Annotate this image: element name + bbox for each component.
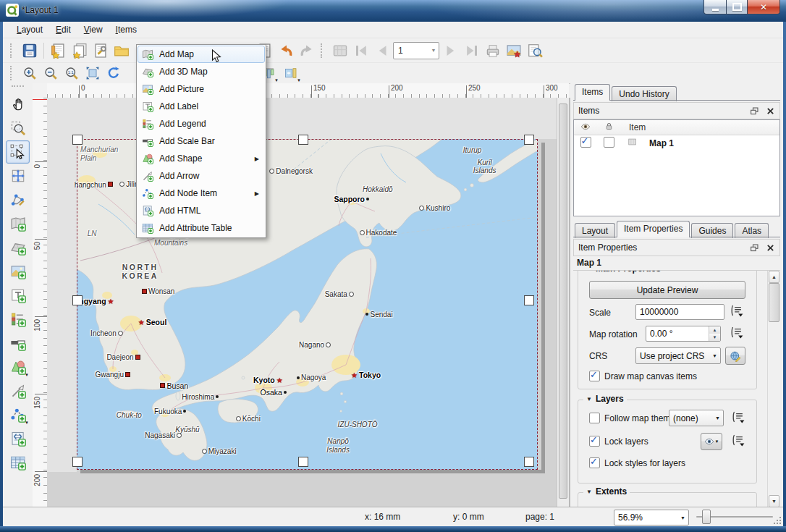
- last-feature-button[interactable]: [462, 41, 481, 60]
- add-html-tool[interactable]: [6, 427, 30, 450]
- atlas-preview-button[interactable]: [330, 41, 350, 60]
- lock-styles-checkbox[interactable]: [589, 457, 600, 468]
- selection-handle[interactable]: [72, 457, 83, 467]
- items-row-map1[interactable]: Map 1: [574, 135, 779, 151]
- first-feature-button[interactable]: [351, 41, 371, 60]
- selection-handle[interactable]: [72, 135, 83, 145]
- add-label-tool[interactable]: [6, 284, 30, 307]
- new-layout-button[interactable]: [48, 41, 68, 60]
- menu-item-add-arrow[interactable]: Add Arrow: [138, 167, 265, 185]
- export-svg-button[interactable]: [525, 41, 544, 60]
- zoom-full-button[interactable]: [83, 64, 102, 83]
- layout-canvas[interactable]: Manchurian PlainhangchunJilinDalnegorskL…: [47, 98, 557, 507]
- add-node-item-tool[interactable]: ▼: [6, 403, 30, 426]
- next-feature-button[interactable]: [441, 41, 460, 60]
- undo-button[interactable]: [276, 41, 295, 60]
- crs-combobox[interactable]: Use project CRS▼: [635, 347, 721, 364]
- map-rotation-spinbox[interactable]: 0.00 ° ▲▼: [646, 326, 721, 342]
- spin-up-icon[interactable]: ▲: [709, 326, 720, 334]
- properties-scrollbar[interactable]: ▲ ▼: [767, 271, 780, 507]
- minimize-button[interactable]: [703, 0, 727, 14]
- menu-items[interactable]: Items: [109, 22, 143, 37]
- selection-handle[interactable]: [524, 457, 534, 467]
- select-move-item-tool[interactable]: [6, 140, 30, 164]
- extents-group-title[interactable]: ▼Extents: [583, 486, 630, 497]
- zoom-level-combobox[interactable]: 56.9%▼: [614, 510, 689, 525]
- pan-tool[interactable]: [6, 93, 30, 116]
- menu-item-add-3d-map[interactable]: Add 3D Map: [138, 63, 265, 80]
- add-shape-tool[interactable]: ▼: [6, 355, 30, 379]
- items-list[interactable]: Item Map 1: [573, 119, 780, 216]
- add-map-tool[interactable]: [6, 212, 30, 235]
- toolbar-grip[interactable]: [10, 66, 15, 80]
- selection-handle[interactable]: [72, 295, 83, 305]
- scrollbar-thumb[interactable]: [559, 104, 567, 499]
- toolbar-grip[interactable]: [10, 43, 15, 58]
- add-scalebar-tool[interactable]: [6, 332, 30, 355]
- duplicate-layout-button[interactable]: [69, 41, 89, 60]
- lock-layers-checkbox[interactable]: [589, 436, 600, 447]
- menu-item-add-legend[interactable]: Add Legend: [138, 115, 265, 132]
- menu-item-add-picture[interactable]: Add Picture: [138, 80, 265, 98]
- main-properties-group-title[interactable]: ▼Main Properties: [583, 271, 664, 274]
- tab-guides[interactable]: Guides: [691, 223, 733, 238]
- menu-item-add-node-item[interactable]: Add Node Item▶: [138, 185, 265, 202]
- add-picture-tool[interactable]: [6, 260, 30, 283]
- redo-button[interactable]: [297, 41, 316, 60]
- float-panel-icon[interactable]: [748, 105, 761, 117]
- zoom-out-button[interactable]: [41, 64, 60, 83]
- zoom-in-button[interactable]: [20, 64, 39, 83]
- update-preview-button[interactable]: Update Preview: [589, 281, 745, 299]
- selection-handle[interactable]: [524, 135, 534, 145]
- tab-item-properties[interactable]: Item Properties: [617, 221, 690, 237]
- data-defined-override-icon[interactable]: [730, 433, 745, 449]
- export-image-button[interactable]: [504, 41, 523, 60]
- menu-edit[interactable]: Edit: [49, 22, 77, 37]
- save-button[interactable]: [20, 41, 39, 60]
- follow-map-theme-checkbox[interactable]: [589, 413, 600, 423]
- resize-grip[interactable]: [773, 516, 782, 525]
- add-attribute-table-tool[interactable]: [6, 451, 30, 474]
- menu-view[interactable]: View: [77, 22, 109, 37]
- data-defined-override-icon[interactable]: [728, 325, 744, 342]
- maximize-button[interactable]: [727, 0, 748, 14]
- zoom-tool[interactable]: [6, 117, 30, 140]
- menu-item-add-map[interactable]: Add Map: [138, 46, 265, 63]
- menu-item-add-html[interactable]: Add HTML: [138, 202, 265, 219]
- close-button[interactable]: ✕: [748, 0, 780, 14]
- horizontal-ruler[interactable]: 050100150200250300: [47, 83, 569, 98]
- refresh-view-button[interactable]: [103, 64, 123, 83]
- tab-atlas[interactable]: Atlas: [735, 223, 769, 238]
- lock-layers-row[interactable]: Lock layers: [589, 436, 648, 447]
- edit-nodes-item-tool[interactable]: [6, 188, 30, 211]
- float-panel-icon[interactable]: [748, 242, 761, 253]
- toolbar-grip[interactable]: [321, 43, 326, 58]
- menu-item-add-shape[interactable]: Add Shape▶: [138, 150, 265, 167]
- zoom-slider-handle[interactable]: [702, 510, 711, 524]
- item-visibility-checkbox[interactable]: [580, 137, 591, 148]
- close-panel-icon[interactable]: [764, 242, 777, 253]
- tab-layout[interactable]: Layout: [575, 223, 615, 238]
- selection-handle[interactable]: [298, 457, 308, 467]
- data-defined-override-icon[interactable]: [728, 303, 744, 320]
- scale-input[interactable]: [635, 304, 724, 320]
- distribute-items-button[interactable]: ▼: [282, 64, 301, 83]
- scroll-down-icon[interactable]: ▼: [769, 495, 779, 507]
- menu-layout[interactable]: Layout: [10, 22, 49, 37]
- draw-map-canvas-items-checkbox[interactable]: [589, 371, 600, 381]
- menu-item-add-label[interactable]: Add Label: [138, 98, 265, 115]
- tab-undo-history[interactable]: Undo History: [612, 86, 676, 101]
- menu-item-add-attribute-table[interactable]: Add Attribute Table: [138, 219, 265, 237]
- spin-down-icon[interactable]: ▼: [709, 334, 720, 341]
- item-lock-checkbox[interactable]: [604, 137, 614, 148]
- layers-visibility-button[interactable]: ▼: [701, 433, 722, 450]
- move-item-content-tool[interactable]: [6, 164, 30, 187]
- menu-item-add-scale-bar[interactable]: Add Scale Bar: [138, 132, 265, 150]
- draw-map-canvas-items-row[interactable]: Draw map canvas items: [589, 371, 697, 381]
- lock-styles-row[interactable]: Lock styles for layers: [589, 457, 685, 468]
- layout-manager-button[interactable]: [90, 41, 110, 60]
- open-folder-button[interactable]: [111, 41, 131, 60]
- previous-feature-button[interactable]: [372, 41, 392, 60]
- atlas-page-combobox[interactable]: 1 ▼: [393, 42, 439, 59]
- vertical-ruler[interactable]: 050100150200: [33, 98, 48, 507]
